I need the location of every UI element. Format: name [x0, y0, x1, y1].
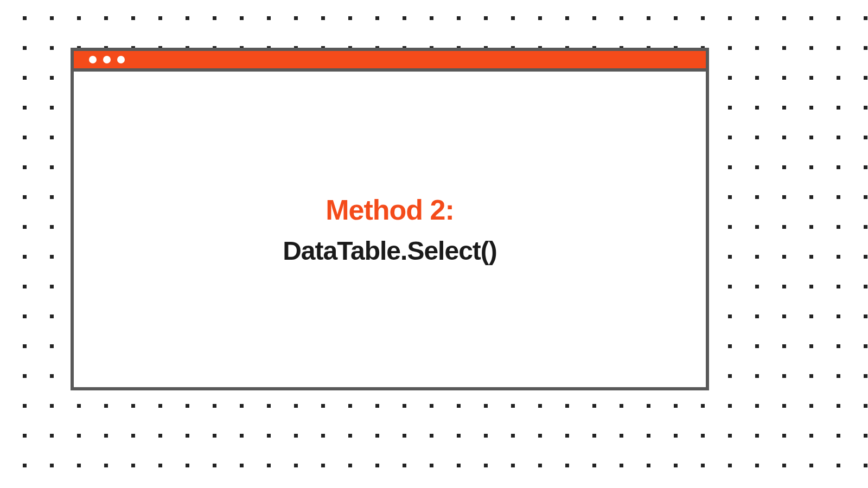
traffic-light-icon [117, 56, 125, 63]
traffic-light-icon [103, 56, 111, 63]
window-frame: Method 2: DataTable.Select() [71, 48, 709, 390]
traffic-light-icon [89, 56, 97, 63]
slide-subheading: DataTable.Select() [283, 236, 497, 266]
slide-heading: Method 2: [326, 194, 454, 226]
window-body: Method 2: DataTable.Select() [74, 72, 706, 387]
window-titlebar [74, 51, 706, 72]
